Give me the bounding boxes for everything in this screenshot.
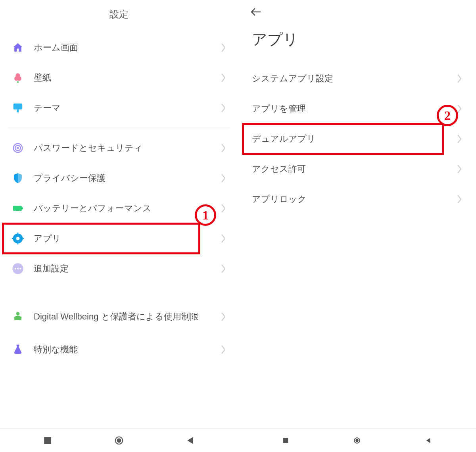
- apps-screen: アプリ システムアプリ設定 アプリを管理 デュアルアプリ 2 アクセス許可 アプ…: [238, 0, 476, 452]
- fingerprint-icon: [12, 142, 34, 154]
- settings-item-label: テーマ: [34, 102, 221, 114]
- svg-point-15: [15, 268, 16, 269]
- svg-rect-2: [17, 110, 19, 113]
- svg-point-9: [16, 237, 20, 240]
- settings-list: ホーム画面 壁紙 テーマ パスワードとセキュリティ: [0, 33, 238, 428]
- settings-item-label: アプリ: [34, 233, 221, 244]
- navigation-bar: [238, 428, 476, 452]
- svg-point-27: [355, 439, 359, 442]
- svg-point-17: [19, 268, 21, 269]
- svg-rect-7: [22, 208, 23, 210]
- chevron-right-icon: [221, 234, 226, 243]
- battery-icon: [12, 202, 34, 214]
- svg-point-24: [117, 439, 121, 443]
- apps-item-label: アプリを管理: [252, 103, 457, 115]
- gear-icon: [12, 233, 34, 244]
- settings-item-themes[interactable]: テーマ: [0, 93, 238, 123]
- svg-point-18: [16, 312, 20, 315]
- apps-item-app-lock[interactable]: アプリロック: [238, 184, 476, 214]
- settings-item-label: 壁紙: [34, 72, 221, 84]
- settings-item-apps[interactable]: アプリ: [0, 223, 238, 254]
- apps-item-dual-apps[interactable]: デュアルアプリ: [238, 124, 476, 154]
- svg-rect-13: [21, 238, 24, 239]
- chevron-right-icon: [457, 165, 462, 173]
- svg-rect-21: [16, 345, 19, 346]
- chevron-right-icon: [457, 195, 462, 204]
- svg-point-16: [17, 268, 19, 269]
- svg-rect-25: [283, 438, 288, 443]
- chevron-right-icon: [457, 74, 462, 83]
- settings-item-battery[interactable]: バッテリーとパフォーマンス: [0, 193, 238, 223]
- settings-item-label: Digital Wellbeing と保護者による使用制限: [34, 311, 221, 323]
- page-title: アプリ: [238, 18, 476, 63]
- nav-home-button[interactable]: [95, 436, 143, 445]
- settings-item-label: プライバシー保護: [34, 172, 221, 184]
- back-arrow-icon[interactable]: [250, 7, 261, 18]
- flask-icon: [12, 344, 34, 356]
- chevron-right-icon: [221, 104, 226, 112]
- settings-item-label: パスワードとセキュリティ: [34, 142, 221, 154]
- apps-list: システムアプリ設定 アプリを管理 デュアルアプリ 2 アクセス許可 アプリロック: [238, 63, 476, 428]
- nav-recents-button[interactable]: [24, 436, 71, 445]
- page-title: 設定: [0, 0, 238, 33]
- svg-point-20: [19, 316, 21, 319]
- theme-icon: [12, 102, 34, 114]
- nav-home-button[interactable]: [333, 437, 381, 444]
- svg-point-5: [17, 147, 19, 149]
- svg-rect-11: [17, 242, 19, 244]
- settings-item-label: バッテリーとパフォーマンス: [34, 202, 221, 214]
- chevron-right-icon: [221, 312, 226, 321]
- navigation-bar: [0, 428, 238, 452]
- chevron-right-icon: [221, 174, 226, 183]
- nav-recents-button[interactable]: [262, 437, 309, 444]
- apps-item-manage-apps[interactable]: アプリを管理: [238, 94, 476, 124]
- svg-rect-12: [12, 238, 14, 239]
- chevron-right-icon: [221, 73, 226, 82]
- wellbeing-icon: [12, 311, 34, 323]
- apps-item-permissions[interactable]: アクセス許可: [238, 154, 476, 184]
- settings-item-apps-wrapper: アプリ 1: [0, 223, 238, 254]
- settings-item-label: ホーム画面: [34, 42, 221, 54]
- apps-item-label: システムアプリ設定: [252, 73, 457, 85]
- header: [238, 0, 476, 18]
- chevron-right-icon: [221, 43, 226, 52]
- svg-rect-10: [17, 233, 19, 235]
- settings-item-password-security[interactable]: パスワードとセキュリティ: [0, 133, 238, 163]
- svg-rect-22: [44, 437, 51, 444]
- apps-item-label: アクセス許可: [252, 163, 457, 175]
- chevron-right-icon: [457, 135, 462, 143]
- settings-item-wallpaper[interactable]: 壁紙: [0, 63, 238, 93]
- home-icon: [12, 42, 34, 54]
- apps-item-label: デュアルアプリ: [252, 133, 457, 145]
- settings-item-digital-wellbeing[interactable]: Digital Wellbeing と保護者による使用制限: [0, 299, 238, 335]
- nav-back-button[interactable]: [405, 437, 452, 444]
- svg-point-0: [17, 81, 19, 83]
- settings-item-home-screen[interactable]: ホーム画面: [0, 33, 238, 63]
- svg-rect-1: [13, 104, 23, 110]
- divider: [8, 128, 230, 128]
- spacer: [0, 284, 238, 299]
- chevron-right-icon: [221, 264, 226, 273]
- settings-item-privacy[interactable]: プライバシー保護: [0, 163, 238, 193]
- shield-icon: [12, 172, 34, 184]
- settings-item-additional[interactable]: 追加設定: [0, 254, 238, 284]
- svg-point-19: [14, 316, 17, 319]
- apps-item-system-app-settings[interactable]: システムアプリ設定: [238, 63, 476, 94]
- settings-item-special-features[interactable]: 特別な機能: [0, 335, 238, 365]
- chevron-right-icon: [457, 104, 462, 113]
- settings-screen: 設定 ホーム画面 壁紙 テーマ: [0, 0, 238, 452]
- chevron-right-icon: [221, 345, 226, 354]
- svg-rect-6: [13, 206, 22, 211]
- nav-back-button[interactable]: [167, 436, 214, 445]
- flower-icon: [12, 72, 34, 84]
- apps-item-label: アプリロック: [252, 193, 457, 205]
- settings-item-label: 特別な機能: [34, 344, 221, 356]
- apps-item-dual-apps-wrapper: デュアルアプリ 2: [238, 124, 476, 154]
- chevron-right-icon: [221, 204, 226, 213]
- chevron-right-icon: [221, 144, 226, 152]
- dots-icon: [12, 263, 34, 275]
- settings-item-label: 追加設定: [34, 263, 221, 275]
